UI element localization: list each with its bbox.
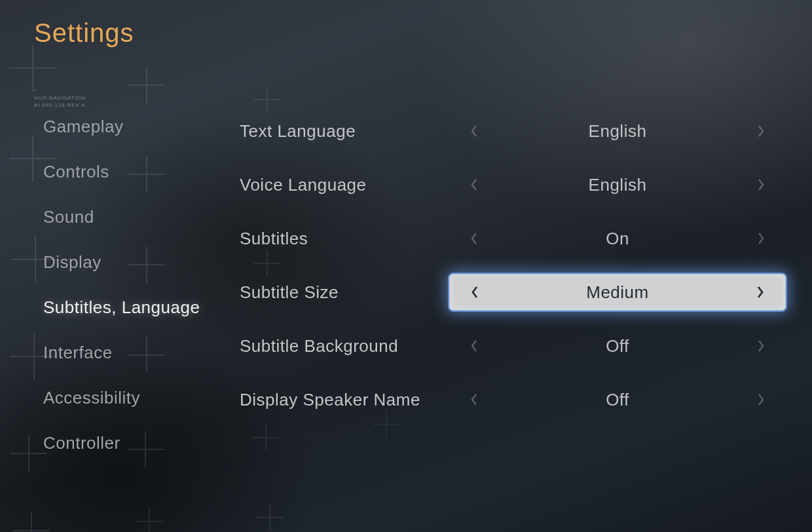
sidebar-item-interface[interactable]: Interface: [43, 343, 200, 363]
chevron-right-icon[interactable]: [754, 393, 767, 406]
settings-options-panel: Text Language English Voice Language Eng…: [240, 117, 786, 414]
option-row-subtitles[interactable]: Subtitles On: [240, 224, 786, 253]
chevron-left-icon[interactable]: [468, 393, 481, 406]
chevron-left-icon[interactable]: [468, 232, 481, 245]
page-title: Settings: [34, 18, 134, 48]
chevron-left-icon[interactable]: [468, 124, 481, 138]
chevron-right-icon[interactable]: [754, 232, 767, 245]
sidebar-item-subtitles-language[interactable]: Subtitles, Language: [43, 297, 200, 318]
option-value: Medium: [481, 282, 754, 303]
option-row-text-language[interactable]: Text Language English: [240, 117, 786, 145]
option-row-subtitle-size[interactable]: Subtitle Size Medium: [240, 278, 786, 307]
option-value: English: [481, 175, 754, 195]
option-row-voice-language[interactable]: Voice Language English: [240, 170, 786, 199]
chevron-left-icon[interactable]: [468, 339, 481, 352]
chevron-left-icon[interactable]: [468, 286, 481, 299]
option-value: Off: [481, 336, 754, 356]
option-value: English: [481, 121, 754, 142]
chevron-right-icon[interactable]: [754, 124, 767, 138]
sidebar-item-accessibility[interactable]: Accessibility: [43, 388, 200, 408]
chevron-right-icon[interactable]: [754, 339, 767, 352]
option-label: Subtitle Background: [240, 336, 449, 356]
option-selector[interactable]: Medium: [449, 274, 786, 311]
sidebar-item-controller[interactable]: Controller: [43, 433, 200, 453]
sidebar-item-display[interactable]: Display: [43, 252, 200, 273]
chevron-right-icon[interactable]: [754, 178, 767, 191]
option-value: On: [481, 229, 754, 249]
chevron-right-icon[interactable]: [754, 286, 767, 299]
option-row-subtitle-background[interactable]: Subtitle Background Off: [240, 332, 786, 360]
option-selector[interactable]: Off: [449, 381, 786, 418]
sidebar-item-sound[interactable]: Sound: [43, 207, 200, 227]
sidebar-item-controls[interactable]: Controls: [43, 162, 200, 182]
option-label: Subtitle Size: [240, 282, 449, 303]
option-selector[interactable]: On: [449, 220, 786, 257]
option-label: Display Speaker Name: [240, 390, 449, 410]
option-label: Text Language: [240, 121, 449, 142]
option-row-display-speaker-name[interactable]: Display Speaker Name Off: [240, 385, 786, 414]
chevron-left-icon[interactable]: [468, 178, 481, 191]
settings-category-sidebar: Gameplay Controls Sound Display Subtitle…: [43, 117, 200, 453]
option-label: Voice Language: [240, 175, 449, 195]
option-value: Off: [481, 390, 754, 410]
option-selector[interactable]: English: [449, 166, 786, 203]
hud-navigation-tag: ^ HUD NAVIGATION AI-055-118 REV A: [34, 88, 86, 109]
option-selector[interactable]: Off: [449, 328, 786, 364]
option-selector[interactable]: English: [449, 113, 786, 149]
option-label: Subtitles: [240, 229, 449, 249]
sidebar-item-gameplay[interactable]: Gameplay: [43, 117, 200, 137]
